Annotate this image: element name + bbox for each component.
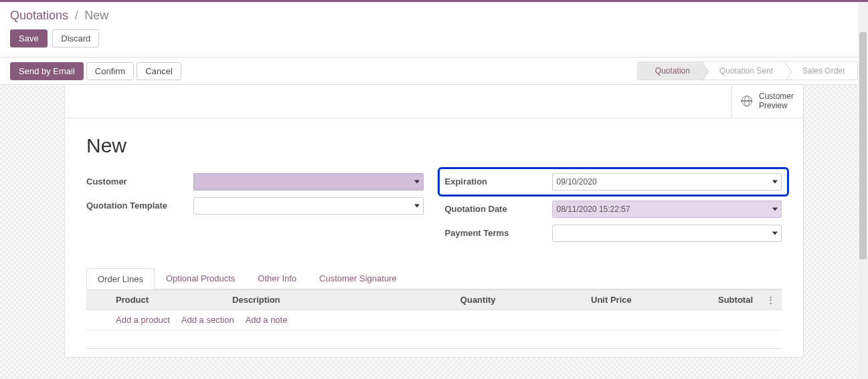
- order-lines-table: Product Description Quantity Unit Price …: [86, 289, 782, 349]
- table-empty-row: [86, 330, 782, 348]
- chevron-down-icon: [414, 180, 420, 183]
- expiration-highlight: Expiration 09/10/2020: [438, 167, 790, 197]
- save-discard-row: Save Discard: [0, 25, 868, 57]
- expiration-label: Expiration: [445, 176, 552, 186]
- tab-order-lines[interactable]: Order Lines: [86, 268, 155, 289]
- quotation-date-label: Quotation Date: [445, 204, 552, 214]
- col-options[interactable]: ⋮: [760, 289, 782, 309]
- expiration-field[interactable]: 09/10/2020: [552, 173, 782, 191]
- right-column: Expiration 09/10/2020 Quotation Date 08/…: [445, 173, 782, 249]
- col-handle: [86, 289, 109, 309]
- breadcrumb-root[interactable]: Quotations: [10, 9, 68, 22]
- status-step-sales-order[interactable]: Sales Order: [785, 61, 858, 80]
- col-product: Product: [109, 289, 226, 309]
- quotation-template-label: Quotation Template: [86, 201, 193, 211]
- quotation-date-field[interactable]: 08/11/2020 15:22:57: [552, 201, 782, 218]
- chevron-down-icon: [772, 180, 778, 183]
- chevron-down-icon: [772, 207, 778, 211]
- customer-preview-button[interactable]: CustomerPreview: [731, 85, 803, 118]
- col-unit-price: Unit Price: [503, 289, 638, 309]
- breadcrumb-separator: /: [75, 9, 78, 22]
- tab-other-info[interactable]: Other Info: [246, 267, 308, 289]
- tabs: Order Lines Optional Products Other Info…: [86, 267, 782, 289]
- statusbar: Send by Email Confirm Cancel Quotation Q…: [0, 57, 868, 85]
- left-column: Customer Quotation Template: [86, 173, 424, 249]
- col-quantity: Quantity: [379, 289, 502, 309]
- status-step-quotation-sent[interactable]: Quotation Sent: [702, 61, 785, 80]
- tab-customer-signature[interactable]: Customer Signature: [308, 267, 408, 289]
- record-title: New: [86, 134, 782, 157]
- chevron-down-icon: [772, 231, 778, 235]
- payment-terms-field[interactable]: [552, 225, 782, 242]
- vertical-scrollbar[interactable]: [858, 2, 868, 379]
- col-subtotal: Subtotal: [638, 289, 760, 309]
- globe-icon: [742, 96, 752, 106]
- col-description: Description: [226, 289, 379, 309]
- payment-terms-label: Payment Terms: [445, 228, 552, 238]
- breadcrumb-current: New: [84, 9, 108, 22]
- scroll-thumb[interactable]: [859, 32, 867, 259]
- add-product-link[interactable]: Add a product: [116, 315, 170, 325]
- send-by-email-button[interactable]: Send by Email: [10, 62, 84, 80]
- quotation-template-field[interactable]: [193, 197, 424, 215]
- breadcrumb: Quotations / New: [0, 2, 868, 25]
- customer-field[interactable]: [193, 173, 424, 191]
- status-steps: Quotation Quotation Sent Sales Order: [637, 61, 858, 80]
- customer-preview-label: CustomerPreview: [759, 92, 794, 111]
- form-sheet: CustomerPreview New Customer Quotatio: [64, 85, 804, 358]
- discard-button[interactable]: Discard: [52, 29, 99, 47]
- confirm-button[interactable]: Confirm: [86, 62, 135, 80]
- table-add-row: Add a product Add a section Add a note: [86, 309, 782, 330]
- status-step-quotation[interactable]: Quotation: [637, 61, 702, 80]
- customer-label: Customer: [86, 176, 193, 186]
- chevron-down-icon: [414, 204, 420, 207]
- add-section-link[interactable]: Add a section: [181, 315, 234, 325]
- form-background: CustomerPreview New Customer Quotatio: [0, 85, 868, 379]
- save-button[interactable]: Save: [10, 29, 48, 47]
- preview-row: CustomerPreview: [65, 85, 803, 118]
- cancel-button[interactable]: Cancel: [137, 62, 181, 80]
- tab-optional-products[interactable]: Optional Products: [155, 267, 246, 289]
- add-note-link[interactable]: Add a note: [246, 315, 288, 325]
